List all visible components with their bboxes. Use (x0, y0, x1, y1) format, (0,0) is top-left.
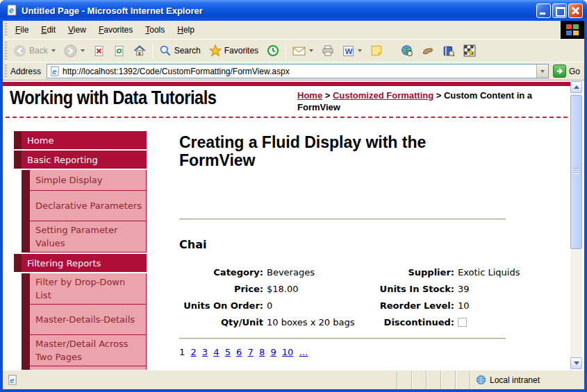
home-button[interactable] (129, 42, 150, 60)
search-button[interactable]: Search (155, 42, 205, 60)
menu-favorites[interactable]: Favorites (92, 22, 139, 37)
vertical-scrollbar[interactable] (570, 81, 582, 369)
menu-help[interactable]: Help (171, 22, 201, 37)
address-field[interactable]: e http://localhost:1392/Code/CustomForma… (47, 64, 549, 78)
scroll-down-button[interactable] (570, 357, 582, 369)
sidebar-item-filtering-reports[interactable]: Filtering Reports (14, 254, 147, 272)
forward-icon (64, 44, 77, 58)
grid-lightning-button[interactable] (459, 42, 480, 60)
history-button[interactable] (263, 42, 283, 60)
back-icon (13, 44, 26, 58)
windows-logo-throbber (561, 21, 584, 39)
grid-lightning-icon (463, 44, 476, 57)
sidebar-item-simple-display[interactable]: Simple Display (14, 170, 147, 191)
menu-grip[interactable] (4, 23, 8, 37)
stop-button[interactable] (89, 42, 109, 60)
scrollbar-thumb[interactable] (570, 95, 582, 249)
pagination-link-5[interactable]: 5 (225, 347, 231, 357)
sidebar-item-label: Basic Reporting (27, 155, 98, 165)
sidebar-item-home[interactable]: Home (14, 131, 147, 149)
menu-tools[interactable]: Tools (139, 22, 171, 37)
header-accent-band (3, 82, 571, 86)
print-button[interactable] (317, 42, 338, 59)
sidebar-accent-strip (14, 131, 22, 149)
breadcrumb-section-link[interactable]: Customized Formatting (333, 90, 433, 101)
go-arrow-icon (556, 67, 563, 75)
address-grip[interactable] (4, 65, 8, 78)
scroll-up-button[interactable] (570, 81, 582, 93)
back-button[interactable]: Back (9, 42, 60, 60)
breadcrumb-separator: > (325, 90, 331, 101)
breadcrumb-home-link[interactable]: Home (297, 90, 322, 101)
edit-word-icon: W (342, 45, 354, 57)
sidebar-accent-strip (22, 191, 30, 221)
menu-edit[interactable]: Edit (35, 22, 62, 37)
sidebar-item-master-details-details[interactable]: Master-Details-Details (14, 305, 147, 335)
refresh-button[interactable] (109, 42, 129, 60)
favorites-label: Favorites (224, 46, 258, 56)
toolbar: Back Search Favorites (3, 39, 584, 62)
edit-with-word-button[interactable]: W (338, 42, 366, 60)
minimize-button[interactable] (536, 3, 551, 18)
forward-dropdown-icon[interactable] (81, 49, 85, 52)
sidebar-accent-strip (22, 335, 30, 366)
breadcrumb: Home > Customized Formatting > Custom Co… (297, 90, 556, 113)
close-button[interactable] (568, 3, 583, 18)
pagination-link-more[interactable]: … (299, 347, 308, 357)
sidebar-item-basic-reporting[interactable]: Basic Reporting (14, 151, 147, 169)
sidebar-item-label: Setting Parameter Values (35, 223, 142, 250)
pagination-current: 1 (179, 347, 185, 357)
pagination-link-2[interactable]: 2 (190, 347, 196, 357)
go-button[interactable] (553, 65, 566, 78)
pagination-link-4[interactable]: 4 (213, 347, 219, 357)
status-message-panel (21, 370, 397, 389)
sidebar-item-filter-by-dropdown-list[interactable]: Filter by Drop-Down List (14, 273, 147, 305)
menu-bar: File Edit View Favorites Tools Help (3, 21, 584, 39)
book-search-button[interactable] (438, 42, 459, 60)
url-text[interactable]: http://localhost:1392/Code/CustomFormatt… (63, 67, 536, 76)
search-label: Search (174, 46, 201, 56)
sidebar-item-declarative-parameters[interactable]: Declarative Parameters (14, 191, 147, 221)
field-label: Supplier: (374, 264, 454, 280)
horizontal-rule (179, 338, 506, 339)
maximize-button[interactable] (552, 3, 567, 18)
field-value: 10 (454, 297, 524, 314)
sidebar-item-master-detail-two-pages[interactable]: Master/Detail Across Two Pages (14, 335, 147, 366)
address-dropdown-button[interactable] (536, 65, 548, 78)
go-label[interactable]: Go (569, 67, 580, 76)
menu-view[interactable]: View (62, 22, 92, 37)
pagination-link-8[interactable]: 8 (259, 347, 265, 357)
product-details-table: Category: Beverages Supplier: Exotic Liq… (179, 264, 524, 330)
back-dropdown-icon[interactable] (51, 49, 56, 52)
research-animal-icon (422, 45, 434, 56)
pagination-link-7[interactable]: 7 (248, 347, 254, 357)
sidebar-item-label: Filtering Reports (27, 258, 101, 269)
product-name: Chai (179, 238, 524, 251)
pagination-link-6[interactable]: 6 (236, 347, 242, 357)
windows-flag-icon (566, 24, 579, 35)
pagination-link-3[interactable]: 3 (202, 347, 208, 357)
forward-button[interactable] (60, 42, 89, 60)
status-cell (426, 370, 440, 389)
status-cell (397, 370, 411, 389)
sidebar-item-label: Simple Display (35, 173, 102, 187)
menu-file[interactable]: File (9, 22, 35, 37)
go-area: Go (549, 65, 584, 78)
toolbar-grip[interactable] (4, 42, 8, 60)
research-button[interactable] (417, 42, 438, 59)
edit-dropdown-icon[interactable] (358, 49, 362, 52)
mail-button[interactable] (288, 43, 317, 59)
status-cell (440, 370, 455, 389)
notes-button[interactable] (366, 42, 387, 60)
notes-icon (370, 44, 383, 57)
globe-search-button[interactable] (397, 42, 417, 60)
field-label: Discontinued: (374, 314, 454, 330)
discontinued-checkbox[interactable] (458, 318, 467, 327)
favorites-button[interactable]: Favorites (205, 42, 263, 60)
sidebar-item-label: Filter by Drop-Down List (35, 275, 142, 302)
horizontal-rule (179, 219, 506, 220)
sidebar-item-setting-parameter-values[interactable]: Setting Parameter Values (14, 221, 147, 253)
pagination-link-9[interactable]: 9 (270, 347, 276, 357)
mail-dropdown-icon[interactable] (309, 49, 313, 52)
pagination-link-10[interactable]: 10 (282, 347, 294, 357)
